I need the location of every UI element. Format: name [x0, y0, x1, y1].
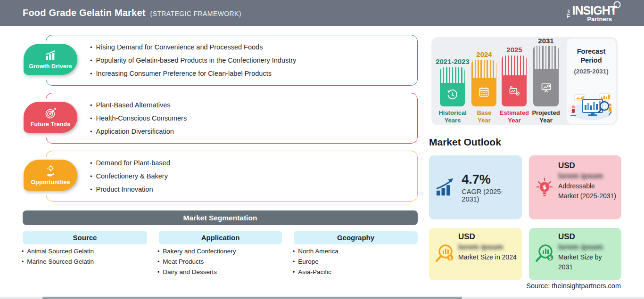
- opportunities-badge: Opportunities: [24, 160, 77, 191]
- report-slide: Food Grade Gelatin Market (STRATEGIC FRA…: [0, 0, 644, 299]
- list-item: Popularity of Gelatin-based Products in …: [90, 57, 296, 64]
- list-item: Demand for Plant-based: [90, 159, 170, 167]
- list-item: Marine Sourced Gelatin: [22, 258, 94, 265]
- base-year-bar: [471, 60, 496, 106]
- card-label: Addressable Market (2025-2031): [558, 181, 617, 201]
- list-item: Health-Conscious Consumers: [90, 114, 187, 122]
- segment-header-application: Application: [159, 231, 282, 244]
- header-bar: Food Grade Gelatin Market (STRATEGIC FRA…: [0, 0, 644, 26]
- future-trends-box: Plant-Based Alternatives Health-Consciou…: [46, 93, 418, 144]
- list-item: Increasing Consumer Preference for Clean…: [90, 70, 296, 77]
- forecast-range: (2025-2031): [567, 68, 616, 75]
- market-outlook-title: Market Outlook: [429, 137, 501, 148]
- card-label: Market Size by 2031: [558, 252, 617, 272]
- magnifier-icon: [611, 1, 621, 11]
- badge-label: Opportunities: [31, 179, 70, 186]
- forecast-period-panel: ForecastPeriod (2025-2031): [567, 39, 616, 124]
- magnifier-chart-icon: $: [534, 243, 556, 265]
- market-size-2031-card: $ USD lorem ipsum Market Size by 2031: [529, 228, 621, 280]
- forecast-title: ForecastPeriod: [567, 47, 616, 65]
- logo-the: The: [567, 9, 571, 18]
- segment-header-geography: Geography: [294, 231, 418, 244]
- segment-header-source: Source: [23, 231, 147, 244]
- geography-list: North America Europe Asia-Pacific: [293, 248, 339, 275]
- market-size-2024-card: $ USD lorem ipsum Market Size in 2024: [429, 228, 522, 280]
- page-title: Food Grade Gelatin Market: [23, 8, 146, 18]
- timeline-year: 2021-2023: [431, 57, 474, 65]
- svg-text:$: $: [549, 256, 552, 260]
- list-item: Rising Demand for Convenience and Proces…: [90, 43, 296, 51]
- growth-drivers-box: Rising Demand for Convenience and Proces…: [46, 35, 418, 86]
- source-note: Source: theinsightpartners.com: [526, 282, 621, 290]
- historical-years-bar: [440, 67, 465, 106]
- currency-label: USD: [458, 232, 517, 242]
- bar-stripes: [502, 56, 527, 75]
- timeline-panel: 2021-2023 2024 2025 2031: [431, 37, 618, 125]
- scrollbar-thumb[interactable]: [42, 297, 462, 299]
- bar-stripes: [440, 67, 465, 83]
- list-item: Application Diversification: [90, 128, 187, 135]
- list-item: Bakery and Confectionery: [157, 248, 236, 255]
- list-item: Animal Sourced Gelatin: [22, 248, 94, 255]
- list-item: North America: [293, 248, 339, 255]
- header-titles: Food Grade Gelatin Market (STRATEGIC FRA…: [23, 8, 241, 18]
- application-list: Bakery and Confectionery Meat Products D…: [157, 248, 236, 275]
- growth-drivers-badge: Growth Drivers: [24, 44, 77, 75]
- calendar-icon: [478, 86, 490, 98]
- masked-value: lorem ipsum: [558, 243, 603, 251]
- list-item: Dairy and Desserts: [157, 268, 236, 275]
- svg-text:$: $: [542, 184, 546, 191]
- list-item: Asia-Pacific: [293, 268, 339, 275]
- list-item: Product Innovation: [90, 186, 170, 193]
- bar-chart-growth-icon: [44, 49, 57, 62]
- cagr-card: 4.7% CAGR (2025-2031): [429, 155, 522, 219]
- magnifier-chart-icon: $: [434, 243, 456, 265]
- clock-history-icon: [446, 89, 459, 101]
- opportunities-box: Demand for Plant-based Confectionery & B…: [46, 151, 418, 202]
- future-trends-list: Plant-Based Alternatives Health-Consciou…: [90, 101, 187, 135]
- company-logo: The INSIGHT Partners: [567, 5, 617, 23]
- svg-text:$: $: [449, 256, 452, 260]
- future-trends-badge: Future Trends: [24, 102, 77, 133]
- growth-chart-icon: [435, 176, 456, 199]
- masked-value: lorem ipsum: [458, 243, 503, 251]
- horizontal-scrollbar[interactable]: [0, 297, 644, 299]
- estimated-year-bar: [502, 56, 527, 106]
- bar-stripes: [471, 60, 496, 78]
- growth-drivers-list: Rising Demand for Convenience and Proces…: [90, 43, 296, 77]
- opportunities-list: Demand for Plant-based Confectionery & B…: [90, 159, 170, 193]
- badge-label: Growth Drivers: [29, 63, 72, 70]
- badge-label: Future Trends: [31, 121, 71, 128]
- bulb-hand-icon: [44, 165, 57, 178]
- market-segmentation-bar: Market Segmentation: [23, 210, 418, 225]
- cagr-value: 4.7%: [462, 172, 516, 186]
- addressable-market-card: $ USD lorem ipsum Addressable Market (20…: [529, 155, 621, 219]
- projected-year-bar: [533, 46, 559, 106]
- timeline-year: 2025: [493, 46, 536, 54]
- timeline-year: 2031: [524, 37, 568, 45]
- bar-stripes: [533, 46, 559, 69]
- presentation-icon: [540, 81, 553, 94]
- currency-label: USD: [558, 232, 617, 242]
- list-item: Europe: [293, 258, 339, 265]
- card-label: Market Size in 2024: [458, 252, 517, 262]
- page-subtitle: (STRATEGIC FRAMEWORK): [150, 10, 241, 17]
- target-icon: [44, 107, 57, 120]
- bulb-dollar-icon: $: [534, 176, 555, 199]
- logo-right: INSIGHT Partners: [572, 5, 617, 23]
- list-item: Plant-Based Alternatives: [90, 101, 187, 109]
- list-item: Confectionery & Bakery: [90, 172, 170, 180]
- monitor-gear-icon: [508, 85, 520, 97]
- cagr-label: CAGR (2025-2031): [462, 188, 516, 203]
- masked-value: lorem ipsum: [558, 172, 603, 180]
- analytics-illustration: [569, 91, 614, 121]
- list-item: Meat Products: [157, 258, 236, 265]
- currency-label: USD: [558, 161, 617, 170]
- source-list: Animal Sourced Gelatin Marine Sourced Ge…: [22, 248, 94, 265]
- timeline-caption: ProjectedYear: [527, 109, 565, 124]
- logo-insight: INSIGHT: [572, 4, 617, 17]
